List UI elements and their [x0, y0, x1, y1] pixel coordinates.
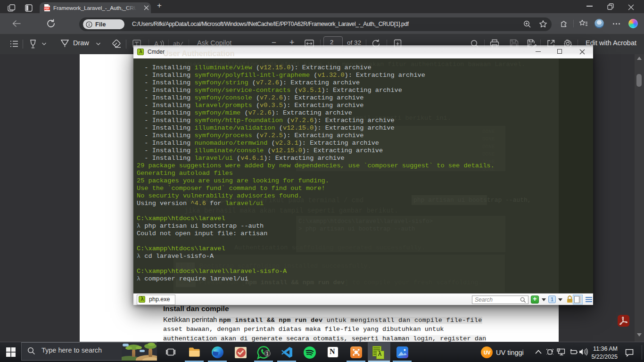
svg-text:PDF: PDF: [44, 7, 49, 10]
